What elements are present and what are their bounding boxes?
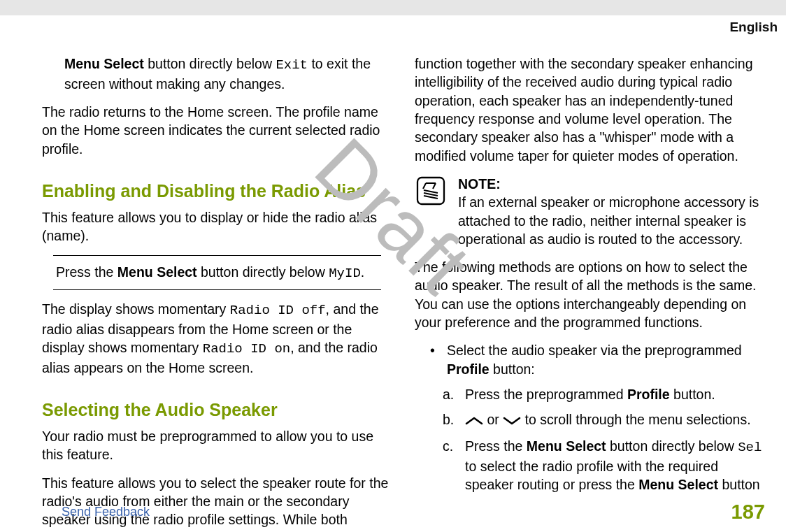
menu-select-label: Menu Select bbox=[64, 56, 144, 71]
para-home-return: The radio returns to the Home screen. Th… bbox=[42, 103, 392, 158]
para-alias-result: The display shows momentary Radio ID off… bbox=[42, 300, 392, 377]
code-radio-off: Radio ID off bbox=[230, 303, 326, 318]
code-exit: Exit bbox=[276, 57, 308, 73]
heading-radio-alias: Enabling and Disabling the Radio Alias bbox=[42, 180, 392, 201]
menu-select-label: Menu Select bbox=[527, 438, 606, 454]
profile-label: Profile bbox=[447, 361, 490, 377]
para-methods: The following methods are options on how… bbox=[415, 258, 765, 331]
step-b: b. or to scroll through the menu selecti… bbox=[415, 410, 765, 430]
text: . bbox=[361, 264, 364, 280]
down-arrow-icon bbox=[503, 412, 521, 430]
text: button directly below bbox=[148, 56, 276, 71]
left-column: Menu Select button directly below Exit t… bbox=[42, 55, 392, 532]
top-bar bbox=[0, 0, 786, 15]
list-label-a: a. bbox=[443, 385, 458, 403]
text: Select the audio speaker via the preprog… bbox=[447, 343, 742, 358]
list-label-b: b. bbox=[443, 410, 458, 430]
step-c: c. Press the Menu Select button directly… bbox=[415, 437, 765, 494]
para-speaker-cont: function together with the secondary spe… bbox=[415, 55, 765, 165]
para-preprog: Your radio must be preprogrammed to allo… bbox=[42, 427, 392, 464]
para-alias-intro: This feature allows you to display or hi… bbox=[42, 208, 392, 245]
text: button: bbox=[493, 361, 535, 377]
bullet-profile: • Select the audio speaker via the prepr… bbox=[415, 341, 765, 378]
note-text: If an external speaker or microphone acc… bbox=[458, 193, 765, 248]
code-myid: MyID bbox=[329, 266, 361, 281]
text: The display shows momentary bbox=[42, 301, 230, 317]
step-box: Press the Menu Select button directly be… bbox=[42, 255, 392, 291]
note-title: NOTE: bbox=[458, 175, 765, 193]
bullet-marker: • bbox=[430, 341, 437, 378]
text: to scroll through the menu selections. bbox=[525, 412, 751, 427]
text: button directly below bbox=[201, 264, 329, 280]
step-myid: Press the Menu Select button directly be… bbox=[53, 263, 381, 283]
code-radio-on: Radio ID on bbox=[203, 341, 290, 357]
text: button. bbox=[673, 387, 715, 402]
step-a: a. Press the preprogrammed Profile butto… bbox=[415, 385, 765, 403]
language-label: English bbox=[729, 20, 778, 35]
text: Press the bbox=[465, 438, 527, 454]
heading-audio-speaker: Selecting the Audio Speaker bbox=[42, 399, 392, 420]
text: Press the bbox=[56, 264, 117, 280]
menu-select-label: Menu Select bbox=[117, 264, 197, 280]
profile-label: Profile bbox=[627, 387, 670, 402]
list-label-c: c. bbox=[443, 437, 458, 494]
note-icon bbox=[415, 175, 448, 248]
text: Press the preprogrammed bbox=[465, 387, 627, 402]
menu-select-label: Menu Select bbox=[638, 477, 718, 492]
right-column: function together with the secondary spe… bbox=[415, 55, 765, 532]
note-block: NOTE: If an external speaker or micropho… bbox=[415, 175, 765, 248]
text: or bbox=[487, 412, 503, 427]
page-number: 187 bbox=[731, 501, 765, 524]
up-arrow-icon bbox=[465, 412, 483, 430]
code-sel: Sel bbox=[738, 440, 762, 455]
text: button bbox=[722, 477, 759, 492]
para-exit-step: Menu Select button directly below Exit t… bbox=[42, 55, 392, 93]
send-feedback-link[interactable]: Send Feedback bbox=[42, 505, 150, 519]
text: button directly below bbox=[610, 438, 738, 454]
